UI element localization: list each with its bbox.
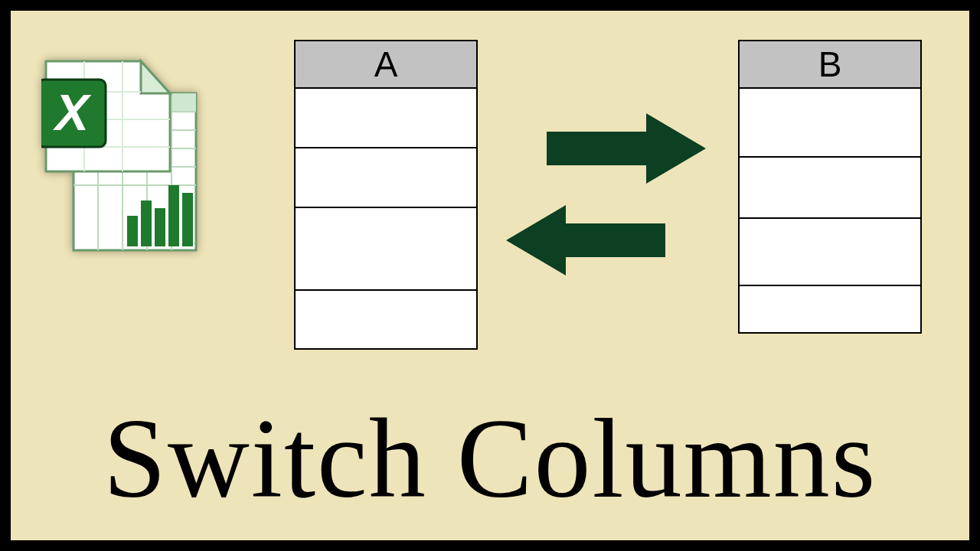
column-a-header: A (296, 41, 476, 89)
svg-rect-14 (168, 185, 179, 246)
column-a: A (294, 40, 478, 350)
arrow-right-icon (547, 110, 707, 187)
table-row (740, 158, 920, 219)
thumbnail-canvas: X A B Switch Columns (9, 9, 971, 542)
table-row (296, 208, 476, 291)
table-row (296, 148, 476, 208)
svg-rect-15 (182, 193, 193, 246)
table-row (740, 286, 920, 334)
table-row (296, 291, 476, 349)
column-b: B (738, 40, 922, 334)
excel-icon: X (41, 57, 202, 256)
svg-rect-12 (141, 201, 152, 246)
svg-rect-13 (155, 208, 165, 246)
svg-marker-23 (506, 205, 665, 276)
table-row (740, 219, 920, 286)
svg-marker-22 (547, 113, 706, 184)
table-row (296, 89, 476, 148)
excel-x-letter: X (52, 84, 92, 141)
table-row (740, 89, 920, 158)
column-b-header: B (740, 41, 920, 89)
arrow-left-icon (505, 202, 665, 279)
svg-rect-11 (127, 216, 138, 246)
title-text: Switch Columns (11, 393, 969, 523)
